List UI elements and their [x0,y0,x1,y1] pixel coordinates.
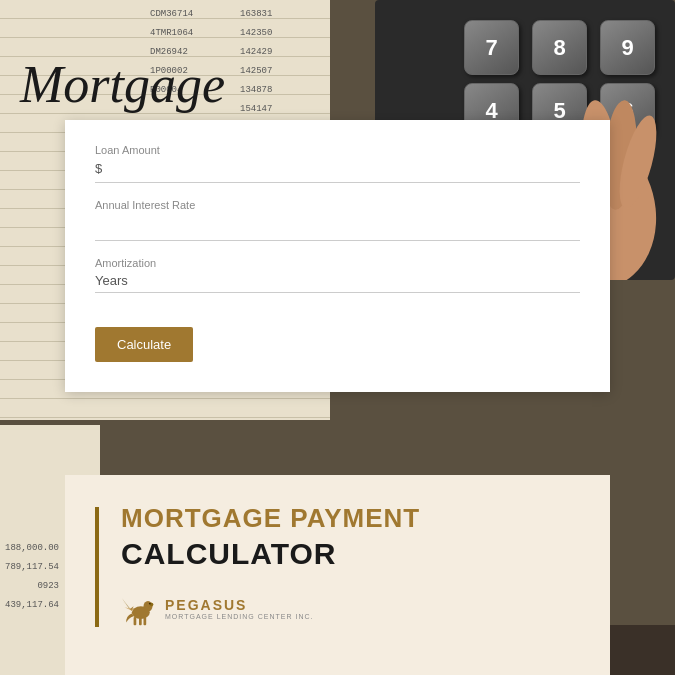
annual-rate-input-wrapper [95,215,580,241]
calc-key-7: 7 [464,20,519,75]
mortgage-title: Mortgage [20,55,225,114]
accent-line [95,507,99,627]
svg-point-14 [149,603,151,605]
calculate-button[interactable]: Calculate [95,327,193,362]
form-card: Loan Amount $ Annual Interest Rate Amort… [65,120,610,392]
annual-rate-label: Annual Interest Rate [95,199,580,211]
bottom-panel: MORTGAGE PAYMENT CALCULATOR [65,475,610,675]
svg-rect-7 [134,617,137,625]
loan-amount-input[interactable] [95,162,355,177]
amortization-label: Amortization [95,257,580,269]
pegasus-logo: PEGASUS MORTGAGE LENDING CENTER INC. [121,591,580,627]
pegasus-name-block: PEGASUS MORTGAGE LENDING CENTER INC. [165,598,313,620]
dollar-sign: $ [95,161,102,176]
brand-subtitle: MORTGAGE LENDING CENTER INC. [165,613,313,620]
loan-amount-group: Loan Amount $ [95,144,580,183]
loan-amount-label: Loan Amount [95,144,580,156]
brand-name: PEGASUS [165,598,313,613]
svg-rect-8 [139,618,142,625]
loan-amount-input-wrapper: $ [95,160,580,183]
ledger-numbers-bottom: 188,000.00 789,117.54 0923 439,117.64 [5,539,59,615]
bottom-title-line1: MORTGAGE PAYMENT [121,503,580,534]
pegasus-icon [121,591,157,627]
amortization-input-row: Years [95,273,580,293]
annual-rate-group: Annual Interest Rate [95,199,580,241]
calc-key-8: 8 [532,20,587,75]
ledger-numbers: 163831 142350 142429 142507 134878 15414… [240,5,272,138]
bottom-text-block: MORTGAGE PAYMENT CALCULATOR [121,503,580,627]
annual-rate-input[interactable] [95,215,355,237]
amortization-group: Amortization Years [95,257,580,293]
svg-rect-9 [144,617,147,625]
years-value: Years [95,273,128,288]
bottom-title-line2: CALCULATOR [121,534,580,573]
calc-key-9: 9 [600,20,655,75]
